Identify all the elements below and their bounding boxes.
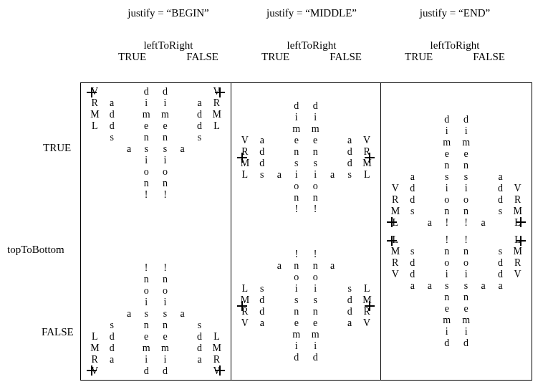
- vcol: dimension!: [142, 86, 150, 201]
- vcol: !noisnemid: [142, 262, 150, 377]
- vcol: VRML: [391, 183, 400, 229]
- vcol: sdda: [345, 283, 354, 363]
- subcell-ltrF: dimension! a adds VRML: [155, 86, 226, 229]
- subcell-ltrT: VRML adds a dimension!: [385, 86, 456, 229]
- vertical-text: !noisnemid a sdda LMRV: [160, 262, 221, 377]
- vcol: !noisnemid: [160, 262, 169, 377]
- ltr-label: leftToRight: [383, 39, 527, 52]
- vcol: a: [275, 169, 284, 215]
- vcol: dimension!: [292, 100, 301, 215]
- subcell-ltrF: !noisnemid a sdda LMRV: [456, 234, 527, 377]
- ttb-row-false-label: FALSE: [42, 326, 74, 338]
- justify-header-begin: justify = “BEGIN”: [97, 7, 240, 19]
- vcol: adds: [107, 97, 116, 201]
- vcol: dimension!: [462, 114, 471, 229]
- subcell-ltrF: !noisnemid a sdda LMRV: [306, 234, 376, 377]
- vertical-text: dimension! a adds VRML: [462, 114, 522, 229]
- vcol: LMRV: [391, 234, 400, 349]
- subcell-ltrF: !noisnemid a sdda LMRV: [155, 234, 226, 377]
- vertical-text: dimension! a adds VRML: [311, 100, 371, 215]
- ltr-false: FALSE: [330, 51, 362, 63]
- subcell-ltrT: VRML adds a dimension!: [236, 86, 306, 229]
- vcol: sdda: [107, 320, 116, 365]
- vertical-text: VRML adds a dimension!: [90, 86, 150, 201]
- ttb-axis-label: topToBottom: [7, 244, 64, 256]
- vcol: VRML: [362, 135, 371, 215]
- vertical-text: !noisnemid a sdda LMRV: [311, 249, 371, 363]
- vcol: a: [479, 280, 488, 349]
- vcol: LMRV: [362, 283, 371, 363]
- vcol: !noisnemid: [292, 249, 301, 363]
- vertical-text: VRML adds a dimension!: [391, 114, 451, 229]
- vertical-text: LMRV sdda a !noisnemid: [241, 249, 301, 363]
- vcol: a: [328, 260, 337, 363]
- cell-ttbT-begin: VRML adds a dimension! dimension! a adds…: [81, 83, 231, 231]
- vcol: dimension!: [443, 114, 451, 229]
- cell-ttbT-middle: VRML adds a dimension! dimension! a adds…: [231, 83, 382, 231]
- vcol: VRML: [241, 135, 249, 215]
- vcol: sdda: [408, 246, 417, 349]
- subcell-ltrT: LMRV sdda a !noisnemid: [236, 234, 306, 377]
- vcol: !noisnemid: [311, 249, 319, 363]
- ltr-true: TRUE: [118, 51, 146, 63]
- justify-header-middle: justify = “MIDDLE”: [240, 7, 383, 19]
- vertical-text: VRML adds a dimension!: [241, 100, 301, 215]
- diagram-root: justify = “BEGIN” justify = “MIDDLE” jus…: [0, 0, 548, 392]
- ltr-header-row: leftToRight TRUE FALSE leftToRight TRUE …: [97, 39, 541, 63]
- vcol: a: [178, 143, 186, 201]
- vcol: a: [479, 217, 488, 229]
- subcell-ltrT: LMRV sdda a !noisnemid: [85, 234, 155, 377]
- ltr-true: TRUE: [405, 51, 433, 63]
- vcol: a: [426, 280, 434, 349]
- justify-header-end: justify = “END”: [383, 7, 527, 19]
- vcol: !noisnemid: [443, 234, 451, 349]
- vcol: VRML: [212, 86, 221, 201]
- vcol: a: [178, 308, 186, 320]
- ltr-label: leftToRight: [97, 39, 240, 52]
- vcol: adds: [195, 97, 203, 201]
- vcol: adds: [258, 135, 266, 215]
- vcol: sdda: [258, 283, 266, 363]
- vcol: a: [426, 217, 434, 229]
- ttb-row-true-label: TRUE: [43, 142, 71, 154]
- vertical-text: !noisnemid a sdda LMRV: [462, 234, 522, 349]
- cell-ttbF-begin: LMRV sdda a !noisnemid !noisnemid a sdda…: [81, 231, 231, 380]
- subcell-ltrF: dimension! a adds VRML: [306, 86, 376, 229]
- ltr-header-cell: leftToRight TRUE FALSE: [383, 39, 527, 63]
- vcol: VRML: [514, 183, 522, 229]
- ltr-header-cell: leftToRight TRUE FALSE: [97, 39, 240, 63]
- vcol: a: [125, 143, 133, 201]
- ltr-false: FALSE: [473, 51, 505, 63]
- cell-ttbF-end: LMRV sdda a !noisnemid !noisnemid a sdda…: [381, 231, 532, 380]
- vcol: LMRV: [241, 283, 249, 363]
- vcol: adds: [345, 135, 354, 215]
- vcol: sdda: [195, 320, 203, 365]
- ltr-true: TRUE: [261, 51, 289, 63]
- justify-header-row: justify = “BEGIN” justify = “MIDDLE” jus…: [97, 7, 541, 19]
- vcol: adds: [496, 171, 505, 217]
- vcol: LMRV: [90, 331, 99, 377]
- vcol: adds: [408, 171, 417, 217]
- vcol: dimension!: [311, 100, 319, 215]
- vertical-text: LMRV sdda a !noisnemid: [391, 234, 451, 349]
- vcol: !noisnemid: [462, 234, 471, 349]
- vcol: a: [275, 260, 284, 363]
- alignment-grid: VRML adds a dimension! dimension! a adds…: [80, 82, 532, 381]
- vcol: sdda: [496, 246, 505, 349]
- vcol: VRML: [90, 86, 99, 201]
- ltr-false: FALSE: [186, 51, 218, 63]
- vertical-text: dimension! a adds VRML: [160, 86, 221, 201]
- ltr-label: leftToRight: [240, 39, 383, 52]
- vcol: LMRV: [514, 234, 522, 349]
- vcol: a: [125, 308, 133, 320]
- subcell-ltrF: dimension! a adds VRML: [456, 86, 527, 229]
- cell-ttbF-middle: LMRV sdda a !noisnemid !noisnemid a sdda…: [231, 231, 382, 380]
- vcol: dimension!: [160, 86, 169, 201]
- vcol: LMRV: [212, 331, 221, 377]
- subcell-ltrT: VRML adds a dimension!: [85, 86, 155, 229]
- vcol: a: [328, 169, 337, 215]
- cell-ttbT-end: VRML adds a dimension! dimension! a adds…: [381, 83, 532, 231]
- vertical-text: LMRV sdda a !noisnemid: [90, 262, 150, 377]
- ltr-header-cell: leftToRight TRUE FALSE: [240, 39, 383, 63]
- subcell-ltrT: LMRV sdda a !noisnemid: [385, 234, 456, 377]
